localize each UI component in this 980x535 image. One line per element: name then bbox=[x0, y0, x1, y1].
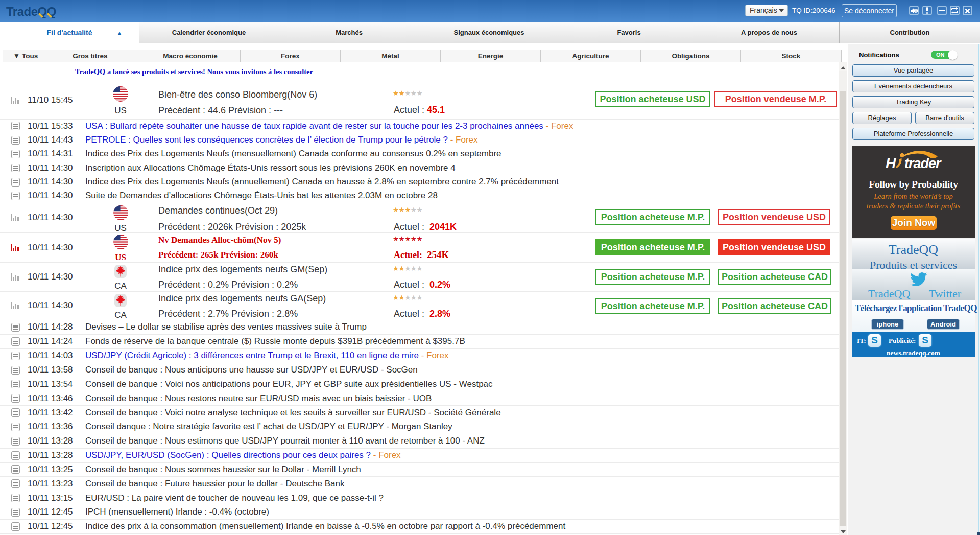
svg-text:H: H bbox=[886, 155, 896, 171]
svg-text:trader: trader bbox=[904, 156, 942, 171]
